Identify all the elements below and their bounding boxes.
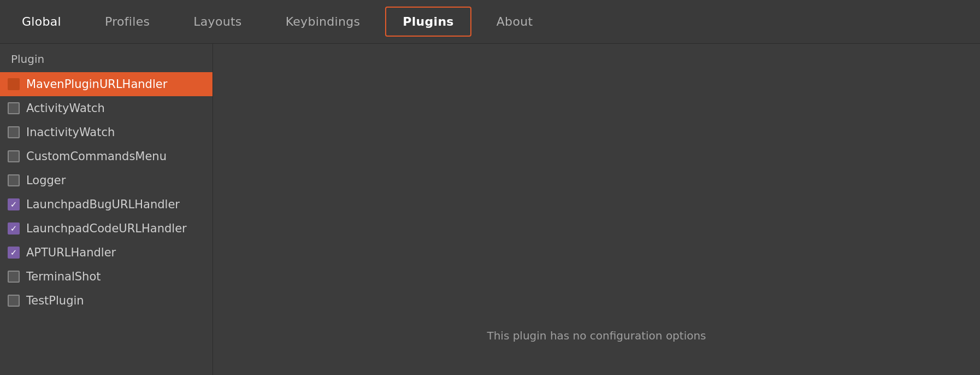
plugin-label-terminalshot: TerminalShot — [26, 270, 101, 283]
plugin-label-maven: MavenPluginURLHandler — [26, 78, 167, 91]
tab-about[interactable]: About — [475, 0, 555, 43]
plugin-column-header: Plugin — [0, 44, 212, 72]
plugin-checkbox-maven[interactable] — [8, 78, 20, 90]
plugin-label-launchpadcode: LaunchpadCodeURLHandler — [26, 222, 187, 235]
plugin-checkbox-activitywatch[interactable] — [8, 102, 20, 114]
tab-layouts[interactable]: Layouts — [172, 0, 263, 43]
plugin-checkbox-testplugin[interactable] — [8, 295, 20, 307]
plugin-list: MavenPluginURLHandlerActivityWatchInacti… — [0, 72, 212, 313]
plugin-label-launchpadbug: LaunchpadBugURLHandler — [26, 198, 180, 211]
plugin-item-launchpadcode[interactable]: LaunchpadCodeURLHandler — [0, 216, 212, 241]
tab-plugins[interactable]: Plugins — [385, 7, 471, 37]
tab-keybindings[interactable]: Keybindings — [264, 0, 382, 43]
plugin-item-maven[interactable]: MavenPluginURLHandler — [0, 72, 212, 96]
plugin-item-testplugin[interactable]: TestPlugin — [0, 289, 212, 313]
plugin-checkbox-inactivitywatch[interactable] — [8, 126, 20, 138]
plugin-label-apturlhandler: APTURLHandler — [26, 246, 116, 259]
plugin-item-apturlhandler[interactable]: APTURLHandler — [0, 241, 212, 265]
plugin-item-terminalshot[interactable]: TerminalShot — [0, 265, 212, 289]
plugin-checkbox-apturlhandler[interactable] — [8, 247, 20, 259]
plugin-checkbox-logger[interactable] — [8, 174, 20, 186]
plugin-checkbox-terminalshot[interactable] — [8, 271, 20, 283]
left-panel: Plugin MavenPluginURLHandlerActivityWatc… — [0, 44, 213, 375]
plugin-label-customcommandsmenu: CustomCommandsMenu — [26, 150, 167, 163]
right-panel: This plugin has no configuration options — [213, 44, 980, 375]
plugin-label-inactivitywatch: InactivityWatch — [26, 126, 115, 139]
plugin-checkbox-customcommandsmenu[interactable] — [8, 150, 20, 162]
tab-bar: GlobalProfilesLayoutsKeybindingsPluginsA… — [0, 0, 980, 44]
plugin-label-logger: Logger — [26, 174, 66, 187]
tab-global[interactable]: Global — [0, 0, 83, 43]
main-content: Plugin MavenPluginURLHandlerActivityWatc… — [0, 44, 980, 375]
plugin-item-activitywatch[interactable]: ActivityWatch — [0, 96, 212, 120]
plugin-checkbox-launchpadbug[interactable] — [8, 198, 20, 210]
plugin-item-logger[interactable]: Logger — [0, 168, 212, 192]
plugin-label-activitywatch: ActivityWatch — [26, 102, 105, 115]
plugin-item-customcommandsmenu[interactable]: CustomCommandsMenu — [0, 144, 212, 168]
plugin-item-inactivitywatch[interactable]: InactivityWatch — [0, 120, 212, 144]
plugin-label-testplugin: TestPlugin — [26, 294, 84, 307]
app-container: GlobalProfilesLayoutsKeybindingsPluginsA… — [0, 0, 980, 375]
no-config-message: This plugin has no configuration options — [487, 329, 706, 342]
tab-profiles[interactable]: Profiles — [83, 0, 172, 43]
plugin-item-launchpadbug[interactable]: LaunchpadBugURLHandler — [0, 192, 212, 216]
plugin-checkbox-launchpadcode[interactable] — [8, 222, 20, 235]
